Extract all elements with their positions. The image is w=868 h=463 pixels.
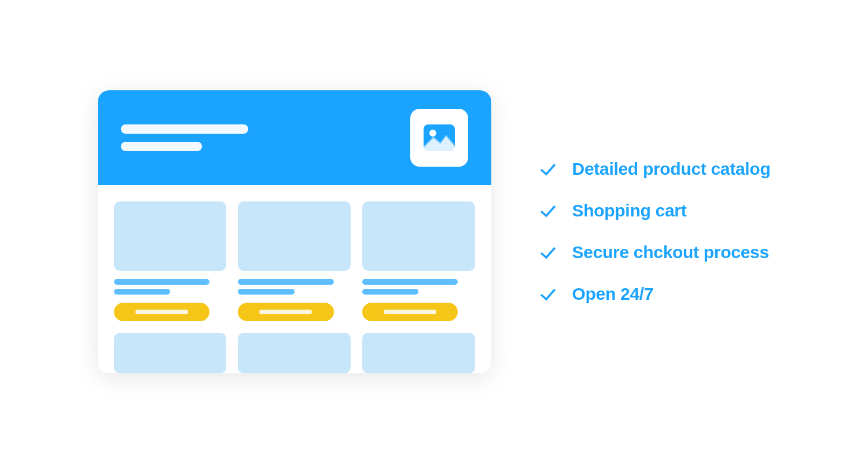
checkmark-icon-3 [538,242,558,263]
image-placeholder-icon [422,120,457,155]
mockup-card [98,90,491,373]
feature-label-3: Secure chckout process [572,242,769,262]
checkmark-icon-1 [538,159,558,179]
product-image-1 [114,201,227,271]
product-title-line-2 [238,279,333,285]
svg-point-1 [429,130,436,137]
mockup-bottom-row [98,333,491,373]
header-line-short [121,142,202,151]
product-title-line-3 [362,279,458,285]
header-lines [121,124,248,151]
product-lines-3 [362,279,475,295]
main-container: Detailed product catalog Shopping cart S… [0,67,868,396]
product-card-2 [238,201,351,333]
product-price-line-2 [238,289,294,295]
checkmark-icon-2 [538,200,558,221]
feature-item-3: Secure chckout process [538,242,771,263]
product-bottom-image-2 [238,333,351,373]
product-price-line-3 [362,289,418,295]
mockup-body [98,185,491,333]
product-bottom-image-3 [362,333,475,373]
product-button-line-3 [384,310,436,314]
mockup-header [98,90,491,185]
header-image-icon [410,109,468,167]
product-grid [114,201,475,333]
product-bottom-image-1 [114,333,227,373]
feature-list: Detailed product catalog Shopping cart S… [538,159,771,304]
feature-label-4: Open 24/7 [572,284,654,304]
product-title-line-1 [114,279,209,285]
product-button-line-1 [135,310,188,314]
product-button-1[interactable] [114,303,209,321]
product-lines-1 [114,279,227,295]
product-button-line-2 [259,310,312,314]
product-button-2[interactable] [238,303,333,321]
product-image-3 [362,201,475,271]
product-button-3[interactable] [362,303,458,321]
feature-label-1: Detailed product catalog [572,159,771,179]
header-line-long [121,124,248,134]
product-card-1 [114,201,227,333]
product-card-3 [362,201,475,333]
product-price-line-1 [114,289,170,295]
feature-item-1: Detailed product catalog [538,159,771,179]
product-image-2 [238,201,351,271]
feature-item-4: Open 24/7 [538,284,771,304]
feature-label-2: Shopping cart [572,201,687,221]
feature-item-2: Shopping cart [538,200,771,221]
product-lines-2 [238,279,351,295]
checkmark-icon-4 [538,284,558,304]
